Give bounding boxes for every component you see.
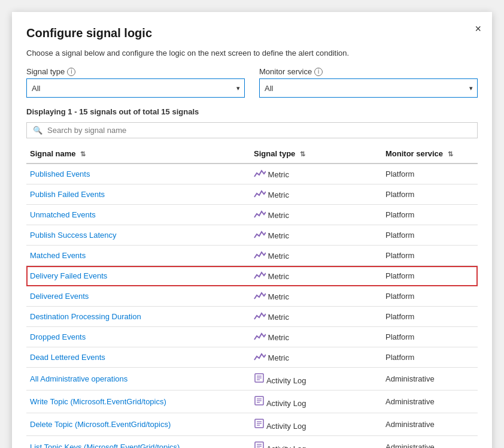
signal-type-label: Signal type i [26,67,245,76]
col-signal-name: Signal name ⇅ [26,144,250,164]
table-row[interactable]: Publish Success Latency MetricPlatform [26,225,478,246]
signal-name-link[interactable]: All Administrative operations [30,374,127,383]
sort-icon-name[interactable]: ⇅ [80,150,86,158]
table-row[interactable]: Delivery Failed Events MetricPlatform [26,266,478,286]
signal-name-link[interactable]: Publish Success Latency [30,231,117,240]
count-text: Displaying 1 - 15 signals out of total 1… [26,107,478,116]
col-monitor-service: Monitor service ⇅ [382,144,478,164]
dialog-title: Configure signal logic [26,26,478,40]
monitor-service-cell: Administrative [382,368,478,391]
monitor-service-select-wrapper: All Platform Administrative ▾ [259,78,478,98]
metric-icon [254,271,266,279]
metric-icon [254,291,266,299]
svg-rect-12 [255,442,263,448]
signals-table: Signal name ⇅ Signal type ⇅ Monitor serv… [26,144,478,448]
dialog-description: Choose a signal below and configure the … [26,49,478,57]
sort-icon-monitor[interactable]: ⇅ [448,150,453,158]
close-button[interactable]: × [475,23,481,35]
metric-icon [254,352,266,361]
monitor-service-cell: Platform [382,184,478,205]
monitor-service-cell: Platform [382,286,478,307]
monitor-service-cell: Platform [382,307,478,327]
signal-name-link[interactable]: Publish Failed Events [30,190,105,199]
signal-name-link[interactable]: Dead Lettered Events [30,353,105,362]
signal-name-link[interactable]: Dropped Events [30,332,86,341]
signal-name-link[interactable]: Unmatched Events [30,210,96,219]
metric-icon [254,189,266,198]
table-row[interactable]: Published Events MetricPlatform [26,164,478,184]
filters-row: Signal type i All Metric Activity Log ▾ … [26,67,478,98]
monitor-service-cell: Administrative [382,391,478,413]
search-icon: 🔍 [33,126,42,135]
table-header-row: Signal name ⇅ Signal type ⇅ Monitor serv… [26,144,478,164]
metric-icon [254,250,266,259]
monitor-service-select[interactable]: All Platform Administrative [259,78,478,98]
metric-icon [254,210,266,218]
monitor-service-cell: Administrative [382,436,478,449]
monitor-service-info-icon: i [314,68,323,76]
monitor-service-cell: Platform [382,327,478,347]
signal-name-link[interactable]: Delete Topic (Microsoft.EventGrid/topics… [30,420,171,429]
search-box: 🔍 [26,122,478,138]
dialog-container: Configure signal logic × Choose a signal… [12,12,492,448]
monitor-service-filter: Monitor service i All Platform Administr… [259,67,478,98]
table-row[interactable]: Unmatched Events MetricPlatform [26,205,478,225]
signal-name-link[interactable]: Delivered Events [30,292,89,301]
monitor-service-cell: Platform [382,266,478,286]
signal-type-filter: Signal type i All Metric Activity Log ▾ [26,67,245,98]
table-row[interactable]: Dropped Events MetricPlatform [26,327,478,347]
signal-type-info-icon: i [67,68,75,76]
monitor-service-cell: Platform [382,225,478,246]
table-row[interactable]: Publish Failed Events MetricPlatform [26,184,478,205]
signal-type-select-wrapper: All Metric Activity Log ▾ [26,78,245,98]
table-row[interactable]: Delete Topic (Microsoft.EventGrid/topics… [26,413,478,436]
signal-name-link[interactable]: Published Events [30,169,90,178]
col-signal-type: Signal type ⇅ [250,144,382,164]
monitor-service-cell: Platform [382,205,478,225]
table-row[interactable]: List Topic Keys (Microsoft.EventGrid/top… [26,436,478,449]
table-row[interactable]: Write Topic (Microsoft.EventGrid/topics)… [26,391,478,413]
signal-name-link[interactable]: Delivery Failed Events [30,271,107,280]
signal-name-link[interactable]: List Topic Keys (Microsoft.EventGrid/top… [30,443,180,448]
signal-name-link[interactable]: Matched Events [30,251,86,260]
metric-icon [254,332,266,340]
table-row[interactable]: Destination Processing Duration MetricPl… [26,307,478,327]
metric-icon [254,311,266,320]
metric-icon [254,230,266,238]
search-input[interactable] [47,126,471,135]
monitor-service-label: Monitor service i [259,67,478,76]
activity-log-icon [254,441,265,448]
table-row[interactable]: Delivered Events MetricPlatform [26,286,478,307]
activity-log-icon [254,395,265,406]
monitor-service-cell: Platform [382,246,478,266]
activity-log-icon [254,373,265,383]
signal-name-link[interactable]: Destination Processing Duration [30,312,141,321]
signal-type-select[interactable]: All Metric Activity Log [26,78,245,98]
monitor-service-cell: Platform [382,164,478,184]
signal-name-link[interactable]: Write Topic (Microsoft.EventGrid/topics) [30,397,166,406]
activity-log-icon [254,418,265,429]
monitor-service-cell: Administrative [382,413,478,436]
metric-icon [254,169,266,177]
table-row[interactable]: All Administrative operations Activity L… [26,368,478,391]
table-row[interactable]: Dead Lettered Events MetricPlatform [26,347,478,368]
table-row[interactable]: Matched Events MetricPlatform [26,246,478,266]
monitor-service-cell: Platform [382,347,478,368]
sort-icon-type[interactable]: ⇅ [300,150,305,158]
